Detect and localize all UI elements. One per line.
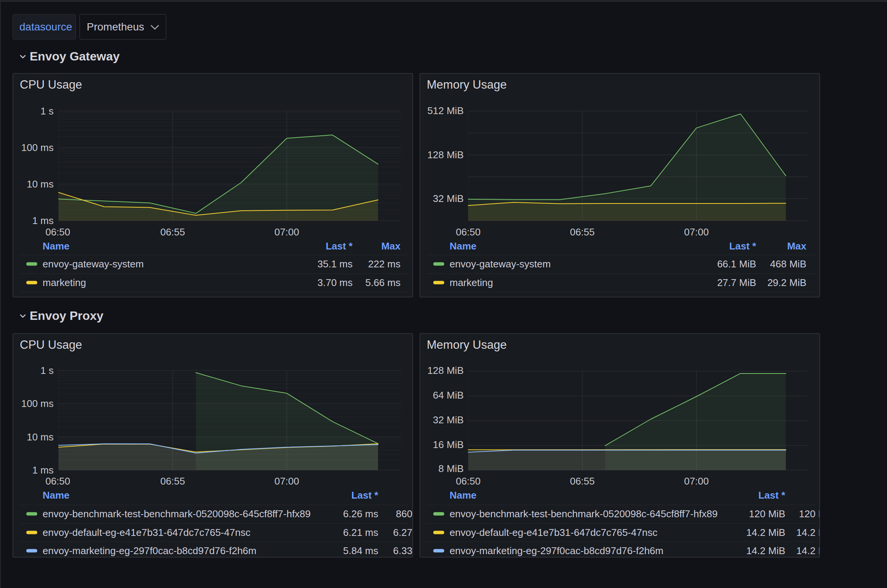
svg-text:512 MiB: 512 MiB bbox=[428, 105, 464, 116]
svg-text:128 MiB: 128 MiB bbox=[428, 365, 464, 376]
svg-text:06:50: 06:50 bbox=[456, 226, 480, 238]
svg-text:8 MiB: 8 MiB bbox=[439, 463, 464, 474]
svg-text:32 MiB: 32 MiB bbox=[433, 414, 464, 426]
svg-text:1 ms: 1 ms bbox=[32, 464, 54, 476]
svg-text:1 s: 1 s bbox=[40, 365, 54, 376]
svg-text:100 ms: 100 ms bbox=[21, 142, 54, 153]
svg-text:06:55: 06:55 bbox=[160, 475, 185, 487]
svg-text:1 ms: 1 ms bbox=[32, 215, 54, 226]
svg-text:100 ms: 100 ms bbox=[21, 398, 54, 409]
svg-text:06:55: 06:55 bbox=[570, 226, 595, 238]
svg-text:06:55: 06:55 bbox=[160, 226, 185, 238]
svg-text:10 ms: 10 ms bbox=[27, 178, 54, 190]
svg-text:06:50: 06:50 bbox=[45, 475, 70, 487]
svg-text:07:00: 07:00 bbox=[274, 475, 299, 487]
svg-text:07:00: 07:00 bbox=[684, 226, 709, 238]
svg-text:64 MiB: 64 MiB bbox=[433, 389, 464, 401]
svg-text:06:50: 06:50 bbox=[456, 475, 480, 487]
svg-text:1 s: 1 s bbox=[40, 105, 54, 117]
svg-text:06:55: 06:55 bbox=[570, 475, 595, 487]
svg-text:10 ms: 10 ms bbox=[27, 431, 54, 443]
svg-text:32 MiB: 32 MiB bbox=[433, 193, 464, 204]
svg-text:128 MiB: 128 MiB bbox=[428, 149, 464, 161]
svg-text:07:00: 07:00 bbox=[274, 226, 299, 238]
svg-text:07:00: 07:00 bbox=[684, 475, 709, 487]
svg-text:16 MiB: 16 MiB bbox=[433, 439, 464, 450]
svg-text:06:50: 06:50 bbox=[45, 226, 70, 238]
